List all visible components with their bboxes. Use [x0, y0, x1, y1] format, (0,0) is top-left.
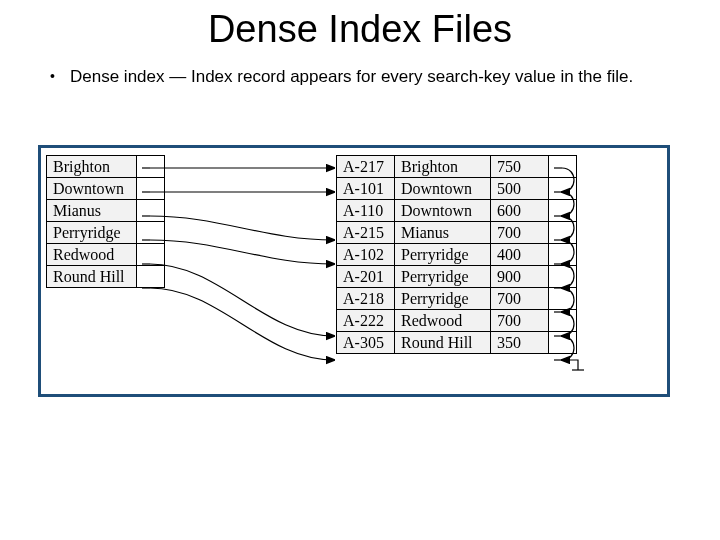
data-pointer-cell	[549, 288, 577, 310]
data-pointer-cell	[549, 178, 577, 200]
data-row: A-101Downtown500	[337, 178, 577, 200]
balance-cell: 400	[491, 244, 549, 266]
slide-title: Dense Index Files	[0, 8, 720, 51]
bullet-content: Dense index — Index record appears for e…	[70, 67, 633, 86]
index-pointer-cell	[137, 266, 165, 288]
branch-cell: Redwood	[395, 310, 491, 332]
account-cell: A-218	[337, 288, 395, 310]
data-pointer-cell	[549, 310, 577, 332]
data-table: A-217Brighton750A-101Downtown500A-110Dow…	[336, 155, 577, 354]
data-pointer-cell	[549, 222, 577, 244]
index-pointer-cell	[137, 222, 165, 244]
branch-cell: Downtown	[395, 178, 491, 200]
data-row: A-222Redwood700	[337, 310, 577, 332]
index-key: Downtown	[47, 178, 137, 200]
data-row: A-102Perryridge400	[337, 244, 577, 266]
data-pointer-cell	[549, 156, 577, 178]
account-cell: A-305	[337, 332, 395, 354]
data-pointer-cell	[549, 332, 577, 354]
balance-cell: 900	[491, 266, 549, 288]
index-row: Round Hill	[47, 266, 165, 288]
index-row: Perryridge	[47, 222, 165, 244]
branch-cell: Mianus	[395, 222, 491, 244]
index-key: Perryridge	[47, 222, 137, 244]
data-row: A-217Brighton750	[337, 156, 577, 178]
account-cell: A-102	[337, 244, 395, 266]
index-pointer-cell	[137, 244, 165, 266]
index-key: Brighton	[47, 156, 137, 178]
index-key: Round Hill	[47, 266, 137, 288]
index-key: Mianus	[47, 200, 137, 222]
balance-cell: 500	[491, 178, 549, 200]
bullet-text: • Dense index — Index record appears for…	[70, 66, 670, 87]
index-pointer-cell	[137, 156, 165, 178]
data-row: A-110Downtown600	[337, 200, 577, 222]
index-row: Brighton	[47, 156, 165, 178]
balance-cell: 750	[491, 156, 549, 178]
balance-cell: 700	[491, 288, 549, 310]
account-cell: A-101	[337, 178, 395, 200]
branch-cell: Round Hill	[395, 332, 491, 354]
index-row: Redwood	[47, 244, 165, 266]
balance-cell: 600	[491, 200, 549, 222]
data-row: A-218Perryridge700	[337, 288, 577, 310]
index-row: Mianus	[47, 200, 165, 222]
index-table: BrightonDowntownMianusPerryridgeRedwoodR…	[46, 155, 165, 288]
data-pointer-cell	[549, 266, 577, 288]
account-cell: A-217	[337, 156, 395, 178]
data-pointer-cell	[549, 200, 577, 222]
balance-cell: 700	[491, 310, 549, 332]
branch-cell: Downtown	[395, 200, 491, 222]
branch-cell: Perryridge	[395, 266, 491, 288]
balance-cell: 350	[491, 332, 549, 354]
branch-cell: Brighton	[395, 156, 491, 178]
index-pointer-cell	[137, 178, 165, 200]
branch-cell: Perryridge	[395, 288, 491, 310]
data-row: A-305Round Hill350	[337, 332, 577, 354]
index-pointer-cell	[137, 200, 165, 222]
account-cell: A-222	[337, 310, 395, 332]
account-cell: A-215	[337, 222, 395, 244]
branch-cell: Perryridge	[395, 244, 491, 266]
data-pointer-cell	[549, 244, 577, 266]
index-row: Downtown	[47, 178, 165, 200]
balance-cell: 700	[491, 222, 549, 244]
index-key: Redwood	[47, 244, 137, 266]
account-cell: A-201	[337, 266, 395, 288]
account-cell: A-110	[337, 200, 395, 222]
data-row: A-201Perryridge900	[337, 266, 577, 288]
bullet-dot-icon: •	[50, 68, 55, 86]
data-row: A-215Mianus700	[337, 222, 577, 244]
